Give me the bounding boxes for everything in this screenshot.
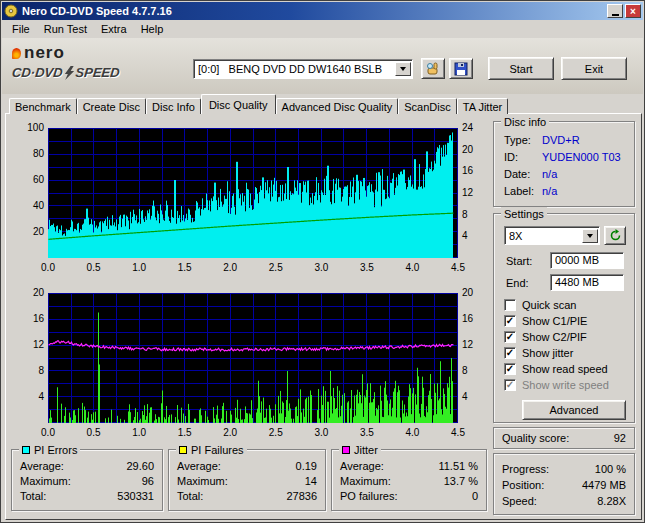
stat-value: 13.7 %	[444, 475, 478, 487]
eject-disc-button[interactable]	[421, 58, 445, 79]
nero-logo: nero CD·DVD SPEED	[12, 43, 120, 80]
progress-panel: Progress:100 % Position:4479 MB Speed:8.…	[493, 453, 635, 515]
axis-tick-label: 12	[462, 339, 490, 350]
menu-bar: File Run Test Extra Help	[2, 20, 645, 38]
menu-extra[interactable]: Extra	[94, 21, 134, 37]
checkbox-show-c2-pif[interactable]: ✓ Show C2/PIF	[504, 330, 630, 344]
axis-tick-label: 1.5	[173, 427, 197, 438]
pi-failures-color-swatch	[179, 446, 187, 454]
nero-cd-dvd-speed-window: Nero CD-DVD Speed 4.7.7.16 × File Run Te…	[0, 0, 645, 523]
axis-tick-label: 80	[16, 148, 44, 159]
axis-tick-label: 2.0	[218, 262, 242, 273]
axis-tick-label: 24	[462, 122, 490, 133]
tab-create-disc[interactable]: Create Disc	[77, 98, 146, 114]
advanced-button[interactable]: Advanced	[522, 400, 626, 420]
disc-type-label: Type:	[504, 134, 531, 146]
stat-value: 530331	[117, 490, 154, 502]
axis-tick-label: 20	[16, 226, 44, 237]
checkbox-show-jitter[interactable]: ✓ Show jitter	[504, 346, 630, 360]
start-button[interactable]: Start	[488, 57, 554, 80]
stat-value: 11.51 %	[438, 460, 478, 472]
checkbox-show-c1-pie[interactable]: ✓ Show C1/PIE	[504, 314, 630, 328]
axis-tick-label: 8	[462, 209, 490, 220]
speed-selector[interactable]: 8X	[504, 226, 600, 245]
axis-tick-label: 4.5	[446, 427, 470, 438]
title-bar[interactable]: Nero CD-DVD Speed 4.7.7.16 ×	[2, 2, 643, 20]
dropdown-arrow-button[interactable]	[395, 62, 411, 76]
close-button[interactable]: ×	[625, 4, 641, 18]
tab-scandisc[interactable]: ScanDisc	[398, 98, 456, 114]
refresh-button[interactable]	[604, 226, 626, 245]
end-position-field[interactable]: 4480 MB	[550, 274, 624, 291]
checkbox-box: ✓	[504, 347, 516, 359]
check-icon: ✓	[506, 380, 514, 390]
minimize-button[interactable]	[607, 4, 623, 18]
axis-tick-label: 2.0	[218, 427, 242, 438]
speed-dropdown-arrow[interactable]	[582, 229, 598, 243]
axis-tick-label: 8	[462, 365, 490, 376]
exit-button[interactable]: Exit	[561, 57, 627, 80]
stat-label: Maximum:	[340, 475, 391, 487]
progress-label: Progress:	[502, 463, 549, 475]
axis-tick-label: 0.0	[36, 262, 60, 273]
quality-score-panel: Quality score: 92	[493, 427, 635, 449]
disc-label-value: n/a	[542, 185, 557, 197]
axis-tick-label: 4	[16, 391, 44, 402]
check-icon: ✓	[506, 332, 514, 342]
cd-dvd-speed-wordmark: CD·DVD SPEED	[11, 65, 120, 80]
stat-value: 0.19	[296, 460, 317, 472]
pi-failures-stats-panel: PI Failures Average:0.19 Maximum:14 Tota…	[168, 449, 326, 511]
quality-score-value: 92	[614, 432, 626, 444]
checkbox-show-read-speed[interactable]: ✓ Show read speed	[504, 362, 630, 376]
tab-disc-quality[interactable]: Disc Quality	[201, 94, 276, 114]
disc-id-value: YUDEN000 T03	[542, 151, 621, 163]
pif-chart-canvas	[48, 293, 458, 423]
disc-info-title: Disc info	[501, 115, 549, 128]
pi-errors-title: PI Errors	[34, 444, 77, 456]
tab-advanced-disc-quality[interactable]: Advanced Disc Quality	[276, 98, 399, 114]
stat-label: Average:	[340, 460, 384, 472]
axis-tick-label: 40	[16, 200, 44, 211]
tab-benchmark[interactable]: Benchmark	[9, 98, 77, 114]
axis-tick-label: 0.5	[82, 427, 106, 438]
axis-tick-label: 16	[16, 313, 44, 324]
floppy-disk-icon	[453, 61, 469, 77]
stat-value: 27836	[286, 490, 317, 502]
refresh-icon	[609, 229, 622, 242]
app-icon	[4, 4, 18, 18]
minimize-icon	[612, 14, 619, 16]
stat-value: 96	[142, 475, 154, 487]
pi-errors-stats-panel: PI Errors Average:29.60 Maximum:96 Total…	[11, 449, 163, 511]
axis-tick-label: 3.5	[355, 427, 379, 438]
checkbox-show-write-speed[interactable]: ✓ Show write speed	[504, 378, 630, 392]
tab-ta-jitter[interactable]: TA Jitter	[457, 98, 509, 114]
quality-score-label: Quality score:	[502, 432, 569, 444]
axis-tick-label: 1.0	[127, 427, 151, 438]
menu-file[interactable]: File	[5, 21, 37, 37]
menu-help[interactable]: Help	[134, 21, 171, 37]
axis-tick-label: 12	[16, 339, 44, 350]
axis-tick-label: 20	[16, 287, 44, 298]
stat-value: 29.60	[126, 460, 154, 472]
check-icon: ✓	[506, 348, 514, 358]
disc-type-value: DVD+R	[542, 134, 580, 146]
stat-value: 0	[472, 490, 478, 502]
tab-disc-info[interactable]: Disc Info	[146, 98, 201, 114]
drive-selector[interactable]: [0:0] BENQ DVD DD DW1640 BSLB	[193, 59, 413, 79]
lightning-icon	[64, 66, 74, 80]
axis-tick-label: 8	[16, 365, 44, 376]
save-results-button[interactable]	[449, 58, 473, 79]
chevron-down-icon	[400, 67, 406, 71]
menu-run-test[interactable]: Run Test	[37, 21, 94, 37]
stat-label: Maximum:	[177, 475, 228, 487]
start-position-field[interactable]: 0000 MB	[550, 252, 624, 269]
jitter-title: Jitter	[354, 444, 378, 456]
axis-tick-label: 12	[462, 187, 490, 198]
hand-disc-icon	[425, 61, 441, 77]
disc-label-label: Label:	[504, 185, 534, 197]
axis-tick-label: 3.5	[355, 262, 379, 273]
axis-tick-label: 0.5	[82, 262, 106, 273]
close-icon: ×	[630, 6, 636, 17]
check-icon: ✓	[506, 364, 514, 374]
checkbox-quick-scan[interactable]: ✓ Quick scan	[504, 298, 630, 312]
